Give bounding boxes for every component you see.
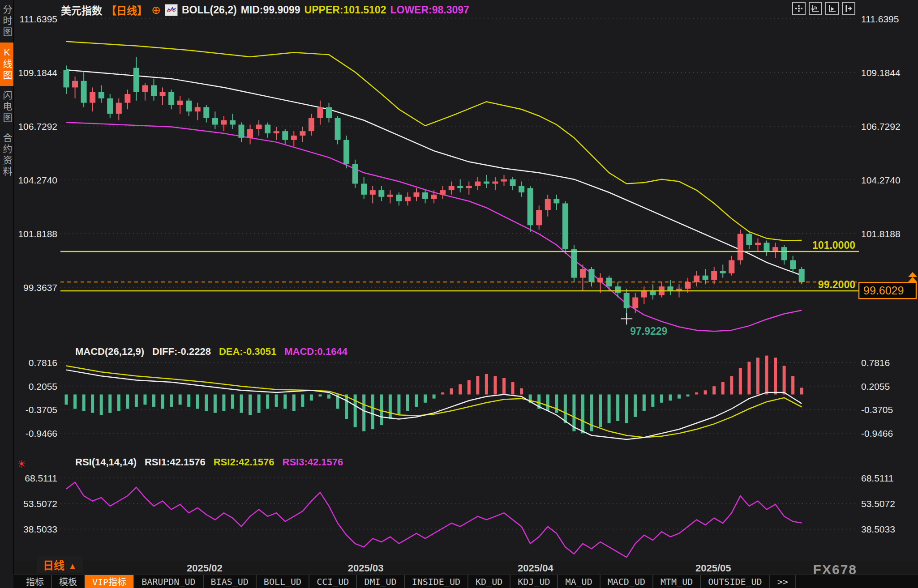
bottom-indicator-tabbar: 指标模板VIP指标BARUPDN_UDBIAS_UDBOLL_UDCCI_UDD…: [13, 575, 918, 588]
svg-text:53.5072: 53.5072: [861, 499, 895, 509]
chart-application-window: 分时图K线图闪电图合约资料 111.6395111.6395109.184410…: [0, 0, 918, 588]
svg-text:101.0000: 101.0000: [812, 239, 855, 251]
svg-text:0.2055: 0.2055: [29, 381, 57, 392]
svg-text:2025/04: 2025/04: [518, 562, 553, 574]
svg-text:104.2740: 104.2740: [18, 175, 57, 185]
bottom-tab-7[interactable]: CCI_UD: [309, 575, 357, 588]
bottom-tab-5[interactable]: BIAS_UD: [204, 575, 257, 588]
macd-axis: 0.78160.78160.20550.2055-0.3705-0.3705-0…: [26, 358, 893, 439]
scroll-to-latest-icon: [908, 272, 917, 277]
date-axis-strip: [13, 561, 918, 575]
triangle-up-icon: ▲: [68, 561, 77, 571]
svg-text:-0.3705: -0.3705: [861, 405, 893, 415]
plus-circle-icon[interactable]: ⊕: [151, 4, 161, 17]
svg-text:2025/02: 2025/02: [187, 562, 223, 574]
svg-text:38.5033: 38.5033: [861, 524, 895, 534]
macd-pane: [65, 356, 803, 440]
svg-text:106.7292: 106.7292: [861, 121, 901, 132]
last-price-marker: 99.6029: [60, 272, 917, 298]
boll-indicator-label: BOLL(26,2): [182, 4, 237, 16]
svg-text:68.5111: 68.5111: [25, 473, 57, 483]
boll-mid-value: MID:99.9099: [241, 4, 300, 16]
sidebar-tab-2[interactable]: K线图: [0, 43, 13, 86]
bottom-tab-10[interactable]: KD_UD: [468, 575, 510, 588]
rsi2-value: RSI2:42.1576: [214, 456, 275, 468]
symbol-name: 美元指数: [61, 2, 102, 17]
svg-text:2025/03: 2025/03: [348, 562, 384, 574]
bottom-tab-2[interactable]: 模板: [52, 575, 85, 588]
svg-text:2025/05: 2025/05: [695, 562, 731, 574]
bottom-tab-15[interactable]: OUTSIDE_UD: [701, 575, 770, 588]
bottom-tab-9[interactable]: INSIDE_UD: [405, 575, 468, 588]
chart-zone: 111.6395111.6395109.1844109.1844106.7292…: [13, 0, 918, 588]
chart-type-sidebar: 分时图K线图闪电图合约资料: [0, 0, 14, 588]
svg-text:111.6395: 111.6395: [861, 14, 899, 24]
bottom-tab-3[interactable]: VIP指标: [85, 575, 134, 588]
macd-diff-value: DIFF:-0.2228: [152, 346, 211, 358]
svg-text:0.7816: 0.7816: [29, 358, 57, 368]
axis-fit-icon[interactable]: [809, 2, 822, 15]
bottom-tab-14[interactable]: MTM_UD: [653, 575, 701, 588]
axis-scale-icon[interactable]: [825, 2, 839, 15]
svg-text:97.9229: 97.9229: [630, 325, 667, 337]
bottom-tab-11[interactable]: KDJ_UD: [510, 575, 558, 588]
svg-text:-0.9466: -0.9466: [861, 428, 893, 439]
svg-text:-0.9466: -0.9466: [26, 428, 57, 439]
svg-text:0.2055: 0.2055: [861, 381, 890, 392]
boll-upper-value: UPPER:101.5102: [305, 4, 386, 16]
sidebar-tab-1[interactable]: 分时图: [0, 0, 13, 43]
bottom-tab-4[interactable]: BARUPDN_UD: [134, 575, 203, 588]
rsi-pane: [66, 482, 802, 558]
svg-text:99.2000: 99.2000: [818, 279, 855, 290]
svg-text:109.1844: 109.1844: [18, 68, 57, 78]
period-selector[interactable]: 日线▲: [37, 556, 83, 573]
svg-text:109.1844: 109.1844: [861, 68, 901, 78]
rsi3-value: RSI3:42.1576: [283, 456, 343, 468]
sun-alert-icon: ☀: [17, 458, 26, 470]
bottom-tab-13[interactable]: MACD_UD: [601, 575, 653, 588]
boll-lower-value: LOWER:98.3097: [390, 4, 469, 16]
candles-layer[interactable]: [64, 57, 805, 319]
period-tag[interactable]: 【日线】: [106, 2, 147, 17]
svg-text:111.6395: 111.6395: [20, 14, 57, 24]
main-chart-header: 美元指数 【日线】 ⊕ BOLL(26,2) MID:99.9099 UPPER…: [61, 2, 469, 17]
svg-text:104.2740: 104.2740: [861, 175, 901, 185]
bottom-tab-1[interactable]: 指标: [19, 575, 52, 588]
macd-dea-value: DEA:-0.3051: [219, 346, 276, 358]
sidebar-tab-4[interactable]: 合约资料: [0, 128, 13, 182]
svg-text:38.5033: 38.5033: [23, 524, 57, 534]
rsi-legend: RSI(14,14,14) RSI1:42.1576 RSI2:42.1576 …: [75, 456, 343, 468]
svg-text:101.8188: 101.8188: [18, 229, 57, 239]
rsi1-value: RSI1:42.1576: [145, 456, 206, 468]
rsi-axis: 68.511168.511153.507253.507238.503338.50…: [23, 473, 895, 534]
svg-text:99.3637: 99.3637: [23, 282, 57, 293]
macd-name: MACD(26,12,9): [75, 346, 144, 358]
macd-value: MACD:0.1644: [284, 346, 347, 358]
candlestick-chart-icon[interactable]: [165, 4, 178, 16]
low-annotation: 97.9229: [621, 313, 667, 337]
bottom-tab-8[interactable]: DMI_UD: [357, 575, 404, 588]
bollinger-bands: [66, 42, 802, 332]
chart-canvas[interactable]: 111.6395111.6395109.1844109.1844106.7292…: [13, 0, 918, 588]
pan-move-icon[interactable]: [792, 2, 806, 15]
sidebar-tab-3[interactable]: 闪电图: [0, 86, 13, 128]
svg-text:68.5111: 68.5111: [861, 473, 894, 483]
bottom-tab-6[interactable]: BOLL_UD: [257, 575, 309, 588]
svg-text:101.8188: 101.8188: [861, 229, 901, 239]
svg-text:-0.3705: -0.3705: [26, 405, 57, 415]
rsi-name: RSI(14,14,14): [75, 456, 137, 468]
macd-legend: MACD(26,12,9) DIFF:-0.2228 DEA:-0.3051 M…: [75, 346, 347, 358]
shift-right-icon[interactable]: [842, 2, 855, 15]
period-selector-label: 日线: [43, 559, 64, 571]
chart-toolbar: [792, 2, 855, 15]
svg-text:99.6029: 99.6029: [863, 284, 904, 297]
bottom-tab-12[interactable]: MA_UD: [558, 575, 600, 588]
svg-text:53.5072: 53.5072: [23, 499, 57, 509]
svg-text:0.7816: 0.7816: [861, 358, 890, 368]
bottom-tab-16[interactable]: >>: [770, 575, 796, 588]
svg-text:106.7292: 106.7292: [18, 121, 57, 132]
